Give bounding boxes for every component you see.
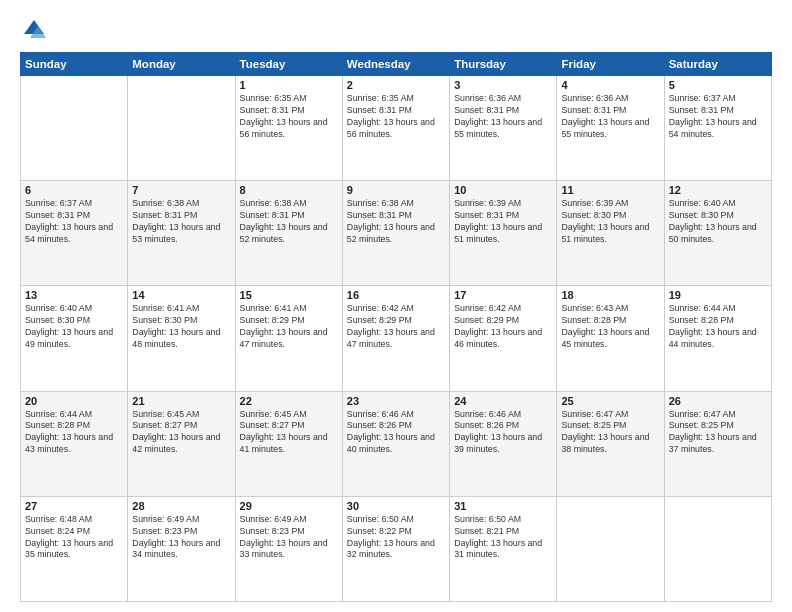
cell-info: Sunrise: 6:42 AM [347,303,445,315]
cell-info: Daylight: 13 hours and 45 minutes. [561,327,659,351]
calendar-cell: 3Sunrise: 6:36 AMSunset: 8:31 PMDaylight… [450,76,557,181]
cell-info: Sunrise: 6:39 AM [561,198,659,210]
cell-info: Sunrise: 6:46 AM [347,409,445,421]
cell-info: Sunset: 8:30 PM [132,315,230,327]
day-number: 28 [132,500,230,512]
calendar-cell: 11Sunrise: 6:39 AMSunset: 8:30 PMDayligh… [557,181,664,286]
cell-info: Daylight: 13 hours and 52 minutes. [347,222,445,246]
cell-info: Daylight: 13 hours and 47 minutes. [347,327,445,351]
cell-info: Sunset: 8:31 PM [347,105,445,117]
cell-info: Sunset: 8:26 PM [454,420,552,432]
day-number: 11 [561,184,659,196]
day-number: 19 [669,289,767,301]
cell-info: Sunset: 8:28 PM [25,420,123,432]
cell-info: Sunrise: 6:41 AM [132,303,230,315]
day-number: 31 [454,500,552,512]
cell-info: Sunset: 8:31 PM [347,210,445,222]
day-number: 4 [561,79,659,91]
calendar-cell: 26Sunrise: 6:47 AMSunset: 8:25 PMDayligh… [664,391,771,496]
cell-info: Daylight: 13 hours and 43 minutes. [25,432,123,456]
day-number: 1 [240,79,338,91]
day-number: 9 [347,184,445,196]
calendar-day-header: Sunday [21,53,128,76]
calendar-cell: 1Sunrise: 6:35 AMSunset: 8:31 PMDaylight… [235,76,342,181]
calendar-table: SundayMondayTuesdayWednesdayThursdayFrid… [20,52,772,602]
calendar-week-row: 13Sunrise: 6:40 AMSunset: 8:30 PMDayligh… [21,286,772,391]
cell-info: Sunrise: 6:35 AM [347,93,445,105]
calendar-cell: 6Sunrise: 6:37 AMSunset: 8:31 PMDaylight… [21,181,128,286]
day-number: 23 [347,395,445,407]
cell-info: Daylight: 13 hours and 40 minutes. [347,432,445,456]
day-number: 10 [454,184,552,196]
cell-info: Sunset: 8:31 PM [132,210,230,222]
cell-info: Daylight: 13 hours and 32 minutes. [347,538,445,562]
cell-info: Sunset: 8:31 PM [240,210,338,222]
day-number: 15 [240,289,338,301]
cell-info: Daylight: 13 hours and 56 minutes. [240,117,338,141]
day-number: 16 [347,289,445,301]
cell-info: Sunrise: 6:37 AM [25,198,123,210]
logo-icon [20,16,48,44]
day-number: 24 [454,395,552,407]
cell-info: Sunset: 8:27 PM [132,420,230,432]
calendar-cell: 23Sunrise: 6:46 AMSunset: 8:26 PMDayligh… [342,391,449,496]
calendar-day-header: Wednesday [342,53,449,76]
logo [20,16,52,44]
day-number: 21 [132,395,230,407]
cell-info: Sunset: 8:29 PM [240,315,338,327]
calendar-cell [664,496,771,601]
calendar-cell: 20Sunrise: 6:44 AMSunset: 8:28 PMDayligh… [21,391,128,496]
day-number: 26 [669,395,767,407]
cell-info: Sunset: 8:26 PM [347,420,445,432]
cell-info: Daylight: 13 hours and 49 minutes. [25,327,123,351]
cell-info: Sunrise: 6:47 AM [669,409,767,421]
calendar-week-row: 27Sunrise: 6:48 AMSunset: 8:24 PMDayligh… [21,496,772,601]
cell-info: Daylight: 13 hours and 31 minutes. [454,538,552,562]
cell-info: Daylight: 13 hours and 34 minutes. [132,538,230,562]
day-number: 5 [669,79,767,91]
cell-info: Daylight: 13 hours and 52 minutes. [240,222,338,246]
cell-info: Daylight: 13 hours and 54 minutes. [25,222,123,246]
day-number: 8 [240,184,338,196]
calendar-cell: 16Sunrise: 6:42 AMSunset: 8:29 PMDayligh… [342,286,449,391]
cell-info: Sunrise: 6:40 AM [669,198,767,210]
cell-info: Sunset: 8:22 PM [347,526,445,538]
cell-info: Sunset: 8:31 PM [454,105,552,117]
cell-info: Sunset: 8:21 PM [454,526,552,538]
day-number: 13 [25,289,123,301]
calendar-cell [557,496,664,601]
cell-info: Daylight: 13 hours and 46 minutes. [454,327,552,351]
cell-info: Sunrise: 6:36 AM [454,93,552,105]
day-number: 29 [240,500,338,512]
cell-info: Sunrise: 6:38 AM [347,198,445,210]
cell-info: Daylight: 13 hours and 55 minutes. [454,117,552,141]
cell-info: Daylight: 13 hours and 35 minutes. [25,538,123,562]
day-number: 2 [347,79,445,91]
cell-info: Daylight: 13 hours and 41 minutes. [240,432,338,456]
cell-info: Sunset: 8:31 PM [561,105,659,117]
calendar-cell: 21Sunrise: 6:45 AMSunset: 8:27 PMDayligh… [128,391,235,496]
calendar-cell: 13Sunrise: 6:40 AMSunset: 8:30 PMDayligh… [21,286,128,391]
day-number: 3 [454,79,552,91]
calendar-cell: 29Sunrise: 6:49 AMSunset: 8:23 PMDayligh… [235,496,342,601]
cell-info: Sunrise: 6:36 AM [561,93,659,105]
day-number: 7 [132,184,230,196]
calendar-cell: 7Sunrise: 6:38 AMSunset: 8:31 PMDaylight… [128,181,235,286]
cell-info: Sunset: 8:31 PM [25,210,123,222]
day-number: 20 [25,395,123,407]
calendar-cell: 25Sunrise: 6:47 AMSunset: 8:25 PMDayligh… [557,391,664,496]
cell-info: Sunrise: 6:41 AM [240,303,338,315]
cell-info: Daylight: 13 hours and 38 minutes. [561,432,659,456]
calendar-cell: 18Sunrise: 6:43 AMSunset: 8:28 PMDayligh… [557,286,664,391]
cell-info: Sunset: 8:25 PM [561,420,659,432]
cell-info: Sunrise: 6:45 AM [240,409,338,421]
cell-info: Sunset: 8:30 PM [669,210,767,222]
cell-info: Sunset: 8:28 PM [561,315,659,327]
cell-info: Sunrise: 6:42 AM [454,303,552,315]
calendar-cell: 30Sunrise: 6:50 AMSunset: 8:22 PMDayligh… [342,496,449,601]
cell-info: Sunset: 8:27 PM [240,420,338,432]
cell-info: Sunrise: 6:47 AM [561,409,659,421]
cell-info: Sunrise: 6:39 AM [454,198,552,210]
cell-info: Sunrise: 6:44 AM [25,409,123,421]
day-number: 22 [240,395,338,407]
